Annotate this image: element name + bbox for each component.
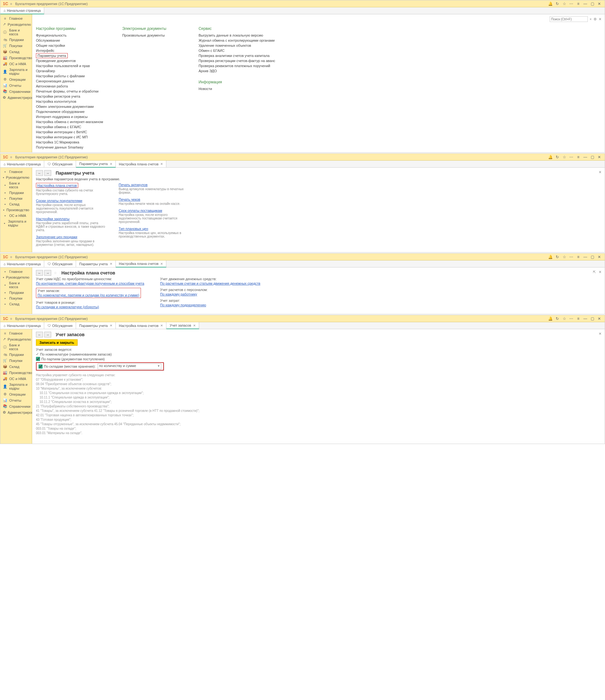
close-page-icon[interactable]: ✕	[599, 332, 602, 336]
tab-discuss[interactable]: 🗨Обсуждения	[44, 322, 76, 329]
admin-link[interactable]: Общие настройки	[36, 43, 103, 48]
sidebar-item[interactable]: 📦Склад	[0, 49, 32, 55]
param-link[interactable]: Настройка плана счетов	[36, 183, 78, 188]
admin-link[interactable]: Автономная работа	[36, 84, 103, 89]
sidebar-item[interactable]: 🛒Покупки	[0, 357, 32, 364]
filter-icon[interactable]: ≡	[575, 255, 581, 259]
tab-params[interactable]: Параметры учета✕	[76, 322, 116, 329]
tab-start[interactable]: ⌂Начальная страница	[0, 260, 44, 267]
admin-link[interactable]: Синхронизация данных	[36, 79, 103, 84]
back-button[interactable]: ←	[36, 332, 43, 338]
bell-icon[interactable]: 🔔	[548, 155, 553, 159]
tab-discuss[interactable]: 🗨Обсуждения	[44, 160, 76, 167]
sidebar-item[interactable]: ✿Администрирование	[0, 95, 32, 100]
sidebar-item[interactable]: ↗Руководителю	[0, 21, 32, 27]
bell-icon[interactable]: 🔔	[548, 255, 553, 259]
sidebar-item[interactable]: ⓘБанк и касса	[0, 342, 32, 352]
tab-close-icon[interactable]: ✕	[160, 324, 163, 327]
admin-link[interactable]: Получение данных Smartway	[36, 145, 103, 150]
tab-close-icon[interactable]: ✕	[110, 262, 112, 266]
admin-link[interactable]: Выгрузить данные в локальную версию	[199, 33, 275, 38]
check-parties-box[interactable]	[36, 357, 40, 361]
sidebar-item[interactable]: ↗Руководителю	[0, 336, 32, 342]
sidebar-item[interactable]: •Руководителю	[0, 175, 32, 180]
admin-link[interactable]: Удаление помеченных объектов	[199, 43, 275, 48]
plan-link[interactable]: По номенклатуре, партиям и складам (по к…	[37, 293, 139, 297]
sidebar-item[interactable]: 🚚ОС и НМА	[0, 376, 32, 382]
star-icon[interactable]: ☆	[561, 155, 567, 159]
check-parties[interactable]: По партиям (документам поступления)	[36, 357, 601, 361]
admin-link[interactable]: Настройки интеграции с ВетИС	[36, 129, 103, 134]
tab-close-icon[interactable]: ✕	[110, 324, 112, 327]
tab-close-icon[interactable]: ✕	[160, 262, 163, 266]
close-icon[interactable]: ✕	[597, 2, 602, 6]
admin-link[interactable]: Органайзер	[36, 68, 103, 73]
back-button[interactable]: ←	[36, 270, 43, 276]
plan-link[interactable]: По каждому работнику	[160, 292, 197, 296]
tab-discuss[interactable]: 🗨Обсуждения	[44, 260, 76, 267]
admin-link[interactable]: Настройки работы с файлами	[36, 73, 103, 79]
admin-link[interactable]: Настройки обмена с ЕГАИС	[36, 124, 103, 129]
close-page-icon[interactable]: ✕	[599, 270, 602, 274]
close-icon[interactable]: ✕	[597, 255, 602, 259]
admin-link[interactable]: Подключаемое оборудование	[36, 109, 103, 114]
sidebar-item[interactable]: ≡Главное	[0, 16, 32, 21]
tab-inv[interactable]: Учет запасов✕	[166, 322, 199, 329]
gear-icon[interactable]: ⚙	[594, 17, 597, 21]
sidebar-item[interactable]: •Покупки	[0, 296, 32, 301]
back-button[interactable]: ←	[36, 170, 43, 176]
sidebar-item[interactable]: 📊Отчеты	[0, 397, 32, 403]
admin-link[interactable]: Обмен электронными документами	[36, 104, 103, 109]
sidebar-item[interactable]: 🛒Покупки	[0, 43, 32, 49]
sidebar-item[interactable]: 📦Склад	[0, 364, 32, 370]
star-icon[interactable]: ☆	[561, 317, 567, 321]
favorite-star-icon[interactable]: ☆	[54, 271, 57, 275]
param-link[interactable]: Печать чеков	[119, 198, 140, 201]
ellipsis-icon[interactable]: ⋯	[569, 255, 574, 259]
ellipsis-icon[interactable]: ⋯	[569, 317, 574, 321]
admin-link[interactable]: Проведение документов	[36, 58, 103, 63]
admin-link[interactable]: Обслуживание	[36, 38, 103, 43]
close-panel-icon[interactable]: ✕	[599, 17, 602, 21]
maximize-icon[interactable]: ▢	[589, 317, 595, 321]
tab-plan[interactable]: Настройка плана счетов✕	[116, 260, 167, 268]
plan-link[interactable]: По контрагентам, счетам-фактурам получен…	[36, 281, 144, 285]
history-icon[interactable]: ↻	[554, 2, 560, 6]
maximize-icon[interactable]: ▢	[589, 255, 595, 259]
sidebar-item[interactable]: 📚Справочники	[0, 89, 32, 95]
sidebar-item[interactable]: •Склад	[0, 301, 32, 307]
sidebar-item[interactable]: 👤Зарплата и кадры	[0, 382, 32, 391]
admin-link[interactable]: Настройки пользователей и прав	[36, 63, 103, 68]
warehouse-mode-dropdown[interactable]: по количеству и сумме	[98, 364, 161, 369]
param-link[interactable]: Заполнение цен продажи	[36, 235, 77, 239]
sidebar-item[interactable]: •Зарплата и кадры	[0, 219, 32, 228]
sidebar-item[interactable]: •Производство	[0, 207, 32, 213]
sidebar-item[interactable]: 👤Зарплата и кадры	[0, 67, 32, 76]
admin-link[interactable]: Настройка обмена с интернет-магазином	[36, 119, 103, 124]
admin-link[interactable]: Проверка аналитики счетов учета капитала	[199, 53, 275, 58]
close-icon[interactable]: ✕	[597, 317, 602, 321]
plan-link[interactable]: По расчетным счетам и статьям движения д…	[160, 281, 260, 285]
admin-link[interactable]: Печатные формы, отчеты и обработки	[36, 89, 103, 94]
ellipsis-icon[interactable]: ⋯	[569, 155, 574, 159]
filter-icon[interactable]: ≡	[575, 317, 581, 321]
tab-close-icon[interactable]: ✕	[193, 324, 196, 327]
minimize-icon[interactable]: —	[582, 2, 588, 6]
tab-params[interactable]: Параметры учета✕	[76, 160, 116, 168]
star-icon[interactable]: ☆	[561, 255, 567, 259]
admin-link[interactable]: Новости	[199, 86, 275, 91]
sidebar-item[interactable]: 📚Справочники	[0, 403, 32, 409]
forward-button[interactable]: →	[44, 170, 51, 176]
tab-plan[interactable]: Настройка плана счетов✕	[116, 322, 167, 329]
sidebar-item[interactable]: ⚙Операции	[0, 76, 32, 82]
search-input[interactable]	[550, 16, 588, 22]
sidebar-item[interactable]: ✿Администрирование	[0, 409, 32, 415]
menu-icon[interactable]: ≡	[10, 255, 12, 259]
admin-link[interactable]: Настройка 1С:Маркировка	[36, 140, 103, 145]
maximize-icon[interactable]: ▢	[589, 2, 595, 6]
sidebar-item[interactable]: 📊Отчеты	[0, 82, 32, 89]
sidebar-item[interactable]: 🛍Продажи	[0, 352, 32, 357]
filter-icon[interactable]: ≡	[575, 155, 581, 159]
ellipsis-icon[interactable]: ⋯	[569, 2, 574, 6]
menu-icon[interactable]: ≡	[10, 2, 12, 6]
